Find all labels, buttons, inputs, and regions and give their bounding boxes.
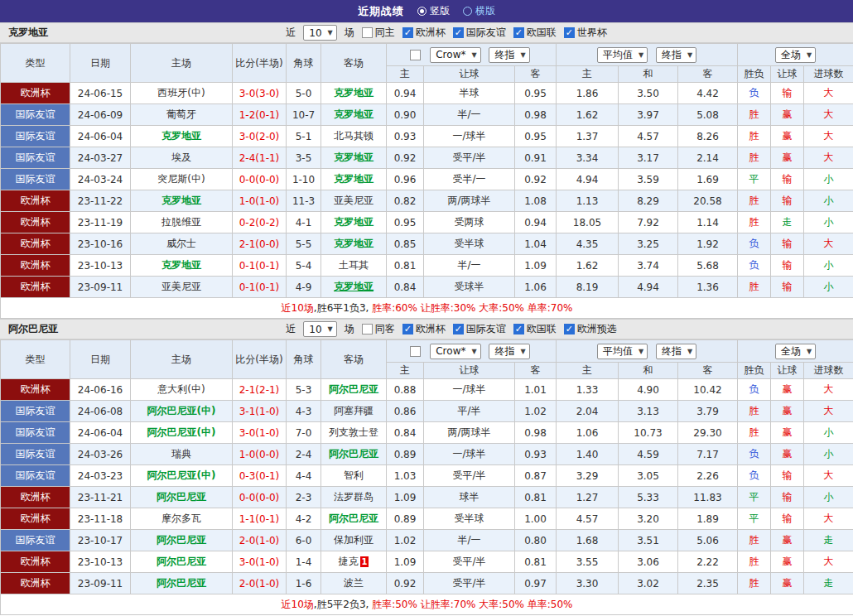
- competition-filter-3[interactable]: 欧洲预选: [564, 322, 617, 336]
- section-header-bar: 克罗地亚 近 10▼ 场 同主 欧洲杯 国际友谊 欧国联: [0, 22, 853, 43]
- competition-filter-0[interactable]: 欧洲杯: [402, 26, 446, 40]
- view-mode-vertical[interactable]: 竖版: [417, 4, 450, 18]
- away-team-cell: 克罗地亚: [321, 169, 387, 190]
- away-team-name[interactable]: 阿尔巴尼亚: [329, 448, 378, 460]
- away-team-name[interactable]: 克罗地亚: [334, 152, 373, 163]
- asia-source-select[interactable]: Crow*▼: [430, 47, 480, 63]
- same-venue-checkbox[interactable]: 同客: [362, 322, 395, 336]
- scope-controls: 全场▼: [738, 44, 853, 66]
- asia-source-select[interactable]: Crow*▼: [430, 344, 480, 359]
- euro-time-select[interactable]: 终指▼: [656, 344, 696, 359]
- asia-away-odds: 0.95: [515, 83, 557, 104]
- euro-away-odds: 1.92: [678, 233, 738, 255]
- team-section-albania: 阿尔巴尼亚 近 10▼ 场 同客 欧洲杯 国际友谊 欧国联: [0, 319, 853, 615]
- corner-count: 4-3: [287, 401, 321, 422]
- match-score: 2-0(1-0): [233, 573, 287, 594]
- asia-odds-checkbox[interactable]: [410, 346, 421, 357]
- recent-count-value: 10: [309, 324, 321, 335]
- euro-source-select[interactable]: 平均值▼: [597, 344, 648, 359]
- match-result: 平: [738, 487, 771, 508]
- home-team-name[interactable]: 阿尔巴尼亚: [157, 534, 206, 546]
- goals-result: 小: [804, 487, 853, 508]
- checkbox-checked-icon: [513, 324, 524, 334]
- scope-select[interactable]: 全场▼: [775, 47, 816, 63]
- away-team-name[interactable]: 阿尔巴尼亚: [329, 513, 378, 524]
- recent-count-select[interactable]: 10▼: [303, 321, 336, 337]
- match-date: 24-06-09: [70, 104, 131, 126]
- away-team-name[interactable]: 克罗地亚: [334, 238, 373, 249]
- euro-draw-odds: 3.74: [619, 255, 678, 277]
- match-date: 24-06-08: [70, 401, 131, 422]
- asia-away-odds: 0.87: [515, 465, 557, 487]
- goals-result: 走: [804, 530, 853, 551]
- away-team-name: 波兰: [344, 577, 364, 589]
- match-row: 欧洲杯23-09-11阿尔巴尼亚2-0(1-0)1-6波兰0.92受平/半0.9…: [1, 573, 853, 594]
- summary-stats: 近10场,胜5平2负3, 胜率:50% 让胜率:70% 大率:50% 单率:50…: [282, 599, 573, 610]
- euro-odds-controls: 平均值▼ 终指▼: [557, 340, 738, 363]
- home-team-name[interactable]: 阿尔巴尼亚(中): [147, 469, 216, 481]
- match-date: 24-06-04: [70, 422, 131, 444]
- asia-away-odds: 0.80: [515, 530, 557, 551]
- euro-away-odds: 5.68: [678, 255, 738, 277]
- asia-source-value: Crow*: [436, 345, 465, 357]
- away-team-name[interactable]: 克罗地亚: [334, 108, 373, 120]
- corner-count: 5-3: [287, 379, 321, 401]
- match-date: 24-03-24: [70, 169, 131, 190]
- away-team-name[interactable]: 阿尔巴尼亚: [329, 383, 378, 395]
- away-team-name: 列支敦士登: [329, 426, 378, 438]
- col-away: 客场: [321, 340, 387, 379]
- home-team-name[interactable]: 阿尔巴尼亚(中): [147, 405, 216, 416]
- euro-home-odds: 4.57: [557, 508, 619, 530]
- matches-table: 类型 日期 主场 比分(半场) 角球 客场 Crow*▼ 终指▼ 平均值▼ 终指…: [0, 43, 853, 319]
- asia-time-select[interactable]: 终指▼: [489, 344, 529, 359]
- euro-time-select[interactable]: 终指▼: [656, 47, 696, 63]
- asia-home-odds: 1.03: [387, 465, 424, 487]
- match-result: 平: [738, 169, 771, 190]
- match-score: 0-0(0-0): [233, 169, 287, 190]
- competition-filter-1[interactable]: 国际友谊: [453, 26, 506, 40]
- home-team-name[interactable]: 阿尔巴尼亚(中): [147, 426, 216, 438]
- home-team-name[interactable]: 阿尔巴尼亚: [157, 491, 206, 503]
- match-result: 胜: [738, 422, 771, 444]
- competition-filter-2[interactable]: 欧国联: [513, 322, 557, 336]
- match-date: 23-10-13: [70, 551, 131, 573]
- away-team-cell: 亚美尼亚: [321, 190, 387, 212]
- asia-time-select[interactable]: 终指▼: [489, 47, 529, 63]
- away-team-name[interactable]: 克罗地亚: [334, 87, 373, 99]
- home-team-name[interactable]: 阿尔巴尼亚: [157, 556, 206, 567]
- away-team-name[interactable]: 克罗地亚: [334, 216, 373, 228]
- home-team-name[interactable]: 克罗地亚: [161, 195, 201, 206]
- match-date: 24-03-26: [70, 444, 131, 465]
- euro-away-odds: 11.83: [678, 487, 738, 508]
- euro-source-select[interactable]: 平均值▼: [597, 47, 648, 63]
- asia-handicap-line: 半/一: [424, 255, 515, 277]
- competition-filter-1[interactable]: 国际友谊: [453, 322, 506, 336]
- home-team-name[interactable]: 克罗地亚: [161, 130, 201, 142]
- home-team-cell: 阿尔巴尼亚: [131, 487, 233, 508]
- recent-count-select[interactable]: 10▼: [303, 25, 336, 41]
- euro-draw-odds: 3.25: [619, 233, 678, 255]
- same-venue-checkbox[interactable]: 同主: [362, 26, 395, 40]
- away-team-name[interactable]: 克罗地亚: [334, 281, 373, 292]
- handicap-result: 赢: [771, 422, 804, 444]
- asia-home-odds: 0.90: [387, 104, 424, 126]
- asia-handicap-line: 一/球半: [424, 379, 515, 401]
- match-result: 胜: [738, 573, 771, 594]
- home-team-name[interactable]: 克罗地亚: [161, 259, 201, 271]
- away-team-name: 智利: [344, 469, 364, 481]
- competition-filter-2[interactable]: 欧国联: [513, 26, 557, 40]
- competition-filter-3[interactable]: 世界杯: [564, 26, 607, 40]
- competition-filter-0[interactable]: 欧洲杯: [402, 322, 446, 336]
- view-mode-horizontal[interactable]: 横版: [463, 4, 495, 18]
- competition-type: 国际友谊: [1, 444, 70, 465]
- competition-type: 国际友谊: [1, 530, 70, 551]
- match-result: 负: [738, 379, 771, 401]
- away-team-name: 阿塞拜疆: [334, 405, 373, 416]
- euro-draw-odds: 5.33: [619, 487, 678, 508]
- away-team-name[interactable]: 克罗地亚: [334, 173, 373, 185]
- home-team-name[interactable]: 阿尔巴尼亚: [157, 577, 206, 589]
- asia-odds-checkbox[interactable]: [410, 50, 421, 60]
- goals-result: 大: [804, 551, 853, 573]
- asia-home-odds: 0.86: [387, 401, 424, 422]
- scope-select[interactable]: 全场▼: [775, 344, 816, 359]
